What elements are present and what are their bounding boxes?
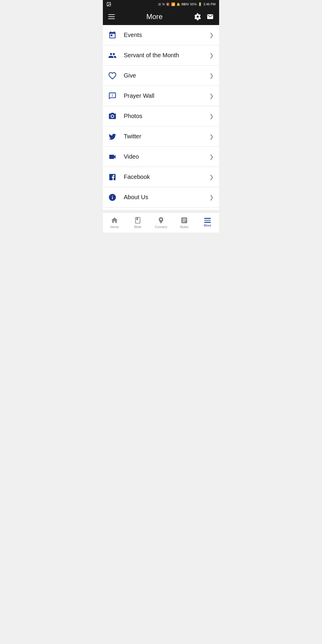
camera-icon — [108, 112, 117, 120]
image-status-icon — [106, 2, 111, 7]
bible-tab-icon — [134, 216, 142, 224]
menu-item-events[interactable]: Events ❯ — [103, 25, 219, 45]
events-chevron: ❯ — [209, 32, 214, 38]
facebook-icon — [108, 173, 117, 181]
app-header: More — [103, 8, 219, 25]
menu-item-give[interactable]: Give ❯ — [103, 66, 219, 86]
more-tab-label: More — [204, 224, 211, 227]
menu-item-servant[interactable]: Servant of the Month ❯ — [103, 45, 219, 66]
give-chevron: ❯ — [209, 72, 214, 79]
video-icon-container — [108, 153, 121, 161]
menu-item-about-us[interactable]: About Us ❯ — [103, 187, 219, 208]
notes-tab-icon — [180, 216, 188, 224]
events-label: Events — [121, 32, 209, 38]
video-label: Video — [121, 153, 209, 160]
wifi-icon: 📶 — [171, 2, 175, 6]
give-icon-container — [108, 72, 121, 80]
info-circle-icon — [108, 193, 117, 202]
status-right: ⯴ N 🔇 📶 🔔 ⅠⅡⅢⅣ 65% 🔋 3:46 PM — [158, 2, 216, 6]
video-chevron: ❯ — [209, 154, 214, 160]
menu-item-photos[interactable]: Photos ❯ — [103, 106, 219, 126]
header-actions — [194, 13, 214, 20]
tab-home[interactable]: Home — [103, 213, 126, 233]
connect-tab-icon — [157, 216, 165, 224]
twitter-icon — [108, 132, 117, 141]
svg-point-1 — [108, 3, 109, 4]
mail-icon[interactable] — [207, 13, 214, 20]
home-tab-label: Home — [110, 225, 119, 229]
about-us-icon-container — [108, 193, 121, 202]
hamburger-menu-button[interactable] — [108, 14, 115, 19]
tab-bible[interactable]: Bible — [126, 213, 149, 233]
twitter-label: Twitter — [121, 133, 209, 140]
photos-chevron: ❯ — [209, 113, 214, 120]
menu-item-video[interactable]: Video ❯ — [103, 147, 219, 167]
page-title: More — [146, 13, 163, 21]
connect-tab-label: Connect — [155, 225, 167, 229]
mute-icon: 🔇 — [166, 2, 170, 6]
menu-item-prayer-wall[interactable]: Prayer Wall ❯ — [103, 86, 219, 106]
notes-tab-label: Notes — [180, 225, 189, 229]
nfc-icon: N — [162, 3, 165, 6]
tab-bar: Home Bible Connect Notes More — [103, 212, 219, 233]
bluetooth-icon: ⯴ — [158, 2, 161, 6]
servant-label: Servant of the Month — [121, 52, 209, 59]
people-icon — [108, 51, 117, 60]
tab-more[interactable]: More — [196, 213, 219, 233]
prayer-wall-chevron: ❯ — [209, 93, 214, 99]
give-label: Give — [121, 72, 209, 79]
calendar-icon — [108, 31, 117, 39]
bible-tab-label: Bible — [134, 225, 141, 229]
menu-item-facebook[interactable]: Facebook ❯ — [103, 167, 219, 187]
prayer-icon-container — [108, 92, 121, 100]
video-camera-icon — [108, 153, 117, 161]
signal-icon: ⅠⅡⅢⅣ — [181, 2, 189, 6]
about-us-chevron: ❯ — [209, 194, 214, 201]
photos-icon-container — [108, 112, 121, 120]
tab-connect[interactable]: Connect — [149, 213, 173, 233]
time-display: 3:46 PM — [203, 2, 216, 6]
settings-icon[interactable] — [194, 13, 201, 20]
prayer-wall-label: Prayer Wall — [121, 92, 209, 99]
prayer-wall-icon — [108, 92, 117, 100]
home-tab-icon — [111, 216, 118, 224]
empty-content-area — [103, 210, 219, 212]
facebook-chevron: ❯ — [209, 174, 214, 180]
facebook-icon-container — [108, 173, 121, 181]
status-bar: ⯴ N 🔇 📶 🔔 ⅠⅡⅢⅣ 65% 🔋 3:46 PM — [103, 0, 219, 8]
twitter-icon-container — [108, 132, 121, 141]
menu-item-twitter[interactable]: Twitter ❯ — [103, 126, 219, 147]
battery-text: 65% — [190, 2, 197, 6]
servant-chevron: ❯ — [209, 52, 214, 59]
heart-icon — [108, 72, 117, 80]
battery-icon: 🔋 — [198, 2, 202, 6]
more-lines-icon — [204, 218, 211, 223]
status-left — [106, 2, 111, 7]
about-us-label: About Us — [121, 194, 209, 201]
servant-icon-container — [108, 51, 121, 60]
events-icon-container — [108, 31, 121, 39]
tab-notes[interactable]: Notes — [173, 213, 196, 233]
menu-list: Events ❯ Servant of the Month ❯ Give ❯ P… — [103, 25, 219, 210]
facebook-label: Facebook — [121, 174, 209, 180]
photos-label: Photos — [121, 113, 209, 120]
notification-icon: 🔔 — [177, 3, 180, 6]
twitter-chevron: ❯ — [209, 133, 214, 140]
